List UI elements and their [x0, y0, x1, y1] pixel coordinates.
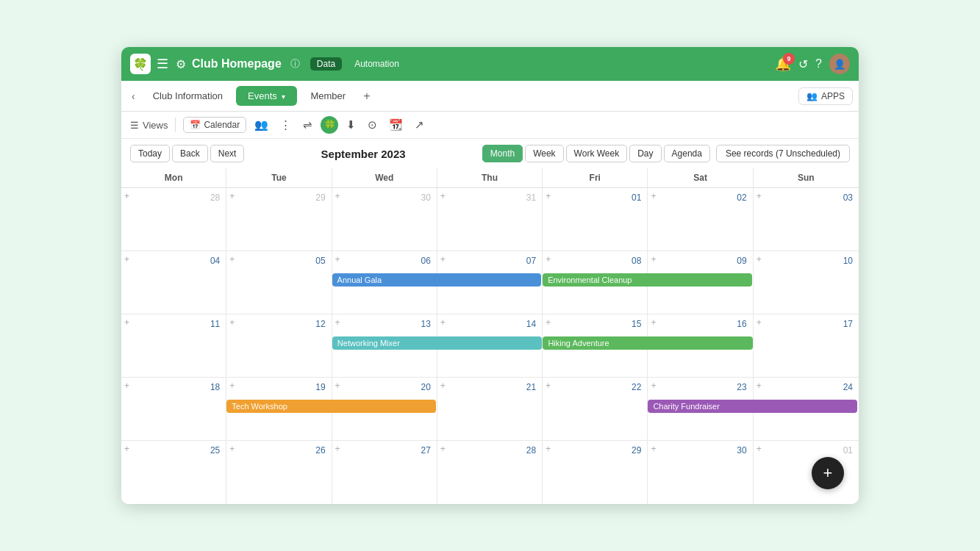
cal2-icon[interactable]: 📆	[385, 116, 407, 134]
add-event-icon[interactable]: +	[546, 191, 551, 201]
day-number[interactable]: 06	[335, 254, 434, 267]
fab-add-button[interactable]: +	[812, 457, 844, 489]
day-number[interactable]: 17	[757, 317, 856, 331]
data-tab-button[interactable]: Data	[310, 57, 342, 71]
agenda-view-button[interactable]: Agenda	[664, 145, 710, 162]
share-icon[interactable]: ↗	[411, 116, 428, 134]
add-event-icon[interactable]: +	[651, 254, 656, 264]
day-number[interactable]: 30	[651, 444, 749, 457]
add-event-icon[interactable]: +	[440, 254, 446, 264]
day-number[interactable]: 28	[440, 444, 539, 457]
day-number[interactable]: 02	[651, 191, 749, 204]
day-number[interactable]: 26	[229, 444, 328, 457]
day-number[interactable]: 24	[757, 381, 856, 394]
day-number[interactable]: 27	[335, 444, 434, 457]
add-event-icon[interactable]: +	[229, 317, 235, 328]
day-number[interactable]: 07	[440, 254, 539, 267]
event-annual-gala[interactable]: Annual Gala	[332, 273, 542, 287]
day-number[interactable]: 30	[335, 191, 434, 204]
add-event-icon[interactable]: +	[757, 381, 762, 391]
add-event-icon[interactable]: +	[124, 317, 129, 328]
day-number[interactable]: 28	[124, 191, 223, 204]
tab-events[interactable]: Events ▾	[236, 86, 297, 106]
gear-icon[interactable]: ⚙	[176, 57, 186, 71]
info-icon[interactable]: ⓘ	[290, 57, 300, 71]
add-event-icon[interactable]: +	[229, 191, 235, 201]
day-number[interactable]: 09	[651, 254, 749, 267]
add-event-icon[interactable]: +	[757, 191, 762, 201]
day-number[interactable]: 22	[546, 381, 644, 394]
event-charity-fundraiser[interactable]: Charity Fundraiser	[648, 400, 857, 413]
day-number[interactable]: 13	[335, 317, 434, 331]
add-event-icon[interactable]: +	[440, 381, 446, 391]
day-number[interactable]: 25	[124, 444, 223, 457]
add-event-icon[interactable]: +	[440, 317, 446, 328]
event-environmental-cleanup[interactable]: Environmental Cleanup	[543, 273, 752, 287]
day-number[interactable]: 08	[546, 254, 644, 267]
add-event-icon[interactable]: +	[651, 191, 656, 201]
event-networking-mixer[interactable]: Networking Mixer	[332, 336, 542, 350]
add-event-icon[interactable]: +	[229, 381, 235, 391]
add-event-icon[interactable]: +	[546, 317, 551, 328]
add-event-icon[interactable]: +	[440, 191, 446, 201]
event-tech-workshop[interactable]: Tech Workshop	[226, 400, 436, 413]
month-view-button[interactable]: Month	[482, 145, 523, 162]
back-button[interactable]: Back	[172, 145, 208, 162]
add-event-icon[interactable]: +	[757, 317, 762, 328]
day-number[interactable]: 16	[651, 317, 749, 331]
day-number[interactable]: 23	[651, 381, 749, 394]
avatar[interactable]: 👤	[829, 54, 850, 74]
add-event-icon[interactable]: +	[546, 381, 551, 391]
day-number[interactable]: 03	[757, 191, 856, 204]
add-event-icon[interactable]: +	[651, 381, 656, 391]
day-number[interactable]: 01	[757, 444, 856, 457]
tab-club-information[interactable]: Club Information	[141, 86, 235, 106]
day-number[interactable]: 29	[229, 191, 328, 204]
add-event-icon[interactable]: +	[335, 317, 340, 328]
day-number[interactable]: 10	[757, 254, 856, 267]
green-action-button[interactable]: 🍀	[321, 116, 338, 134]
day-number[interactable]: 11	[124, 317, 223, 331]
today-button[interactable]: Today	[130, 145, 170, 162]
apps-button[interactable]: 👥 APPS	[798, 87, 853, 105]
day-number[interactable]: 31	[440, 191, 539, 204]
day-number[interactable]: 21	[440, 381, 539, 394]
event-hiking-adventure[interactable]: Hiking Adventure	[543, 336, 752, 350]
next-button[interactable]: Next	[210, 145, 245, 162]
week-view-button[interactable]: Week	[525, 145, 563, 162]
day-view-button[interactable]: Day	[629, 145, 661, 162]
add-event-icon[interactable]: +	[546, 254, 551, 264]
add-event-icon[interactable]: +	[335, 381, 340, 391]
menu-icon[interactable]: ☰	[157, 56, 168, 72]
work-week-view-button[interactable]: Work Week	[566, 145, 628, 162]
add-event-icon[interactable]: +	[229, 254, 235, 264]
tab-member[interactable]: Member	[298, 86, 357, 106]
add-event-icon[interactable]: +	[546, 444, 551, 454]
help-icon[interactable]: ?	[815, 57, 822, 71]
more-options-icon[interactable]: ⋮	[276, 116, 295, 134]
day-number[interactable]: 01	[546, 191, 644, 204]
day-number[interactable]: 05	[229, 254, 328, 267]
add-event-icon[interactable]: +	[124, 191, 129, 201]
add-event-icon[interactable]: +	[440, 444, 446, 454]
filter-icon[interactable]: ⇌	[299, 116, 316, 134]
add-event-icon[interactable]: +	[124, 381, 129, 391]
add-event-icon[interactable]: +	[651, 444, 656, 454]
github-icon[interactable]: ⊙	[364, 116, 381, 134]
day-number[interactable]: 15	[546, 317, 644, 331]
history-icon[interactable]: ↺	[798, 57, 808, 71]
download-icon[interactable]: ⬇	[343, 116, 360, 134]
calendar-view-button[interactable]: 📅 Calendar	[183, 117, 246, 133]
day-number[interactable]: 20	[335, 381, 434, 394]
add-event-icon[interactable]: +	[335, 444, 340, 454]
add-tab-button[interactable]: +	[359, 87, 374, 106]
people-icon[interactable]: 👥	[251, 116, 272, 134]
day-number[interactable]: 14	[440, 317, 539, 331]
tab-back-arrow[interactable]: ‹	[127, 87, 140, 105]
day-number[interactable]: 29	[546, 444, 644, 457]
add-event-icon[interactable]: +	[124, 254, 129, 264]
unscheduled-button[interactable]: See records (7 Unscheduled)	[716, 145, 850, 162]
views-button[interactable]: ☰ Views	[130, 120, 168, 131]
day-number[interactable]: 12	[229, 317, 328, 331]
day-number[interactable]: 04	[124, 254, 223, 267]
